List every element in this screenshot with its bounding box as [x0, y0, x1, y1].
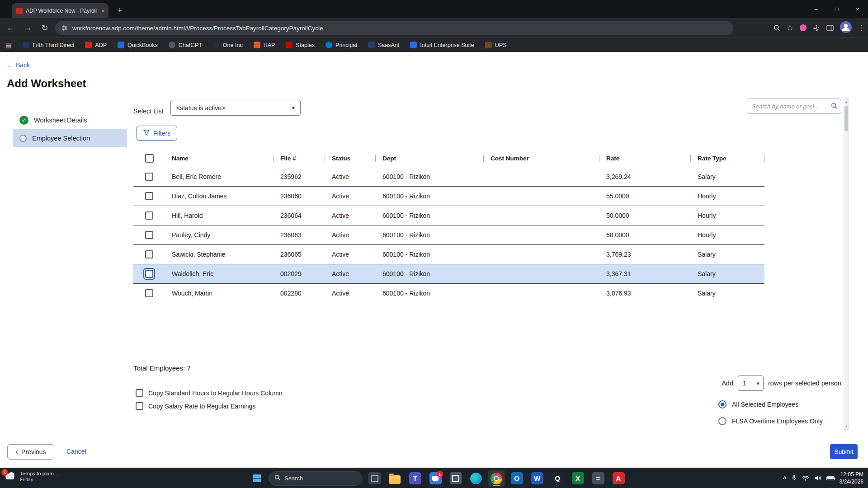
submit-button[interactable]: Submit: [830, 444, 858, 459]
scroll-up-icon[interactable]: ▲: [845, 99, 848, 105]
taskbar-clock[interactable]: 12:05 PM 3/24/2026: [840, 471, 863, 485]
bookmark-intuit-enterprise-suite[interactable]: Intuit Enterprise Suite: [410, 42, 474, 48]
app-window-icon[interactable]: [447, 470, 464, 487]
bookmark-one-inc[interactable]: One Inc: [213, 42, 243, 48]
word-icon[interactable]: [528, 470, 546, 487]
search-icon[interactable]: [831, 103, 838, 111]
step-employee-selection[interactable]: Employee Selection: [13, 129, 127, 147]
system-tray: ^ 12:05 PM 3/24/2026: [783, 468, 863, 488]
page-scrollbar[interactable]: ▲ ▼: [844, 98, 849, 430]
column-header-file[interactable]: File #: [274, 150, 325, 167]
zoom-search-icon[interactable]: [774, 24, 780, 31]
forward-nav-icon[interactable]: →: [21, 21, 34, 35]
row-checkbox[interactable]: [145, 289, 153, 297]
filters-button[interactable]: Filters: [137, 126, 177, 141]
weather-widget[interactable]: 1 Temps to plum... Friday: [4, 470, 58, 483]
column-header-name[interactable]: Name: [165, 150, 274, 167]
tab-close-icon[interactable]: ×: [101, 8, 105, 14]
row-checkbox[interactable]: [145, 250, 153, 258]
table-row[interactable]: Wouch, Martin 002280 Active 600100 - Riz…: [133, 284, 764, 303]
side-panel-icon[interactable]: [826, 25, 834, 31]
address-bar[interactable]: workforcenow.adp.com/theme/admin.html#/P…: [55, 21, 733, 35]
column-header-rate-type[interactable]: Rate Type: [691, 150, 764, 167]
window-controls: – □ ×: [806, 0, 868, 18]
browser-tab[interactable]: ADP Workforce Now - Payroll D ×: [12, 3, 108, 18]
start-button[interactable]: [248, 470, 265, 487]
browser-menu-icon[interactable]: ⋮: [858, 23, 865, 32]
column-header-cost-number[interactable]: Cost Number: [484, 150, 599, 167]
file-explorer-icon[interactable]: [386, 470, 403, 487]
table-row[interactable]: Sawicki, Stephanie 236065 Active 600100 …: [133, 245, 764, 264]
select-list-dropdown[interactable]: <status is active> ▾: [170, 100, 301, 116]
chat-icon[interactable]: 1: [427, 470, 444, 487]
row-checkbox[interactable]: [145, 270, 153, 278]
column-header-rate[interactable]: Rate: [599, 150, 691, 167]
tray-overflow-icon[interactable]: ^: [783, 475, 787, 482]
copy-standard-hours-checkbox[interactable]: [136, 389, 143, 397]
table-row-selected[interactable]: Waidelich, Eric 002029 Active 600100 - R…: [133, 264, 764, 284]
taskbar-search[interactable]: Search: [269, 471, 363, 486]
row-checkbox[interactable]: [145, 211, 153, 220]
table-row[interactable]: Pauley, Cindy 236063 Active 600100 - Riz…: [133, 225, 764, 245]
wifi-icon[interactable]: [802, 474, 809, 483]
quickbooks-icon[interactable]: [549, 470, 566, 487]
acrobat-icon[interactable]: [610, 470, 627, 487]
scroll-down-icon[interactable]: ▼: [845, 423, 848, 429]
back-nav-icon[interactable]: ←: [4, 21, 17, 35]
chrome-icon[interactable]: [488, 470, 505, 487]
select-all-checkbox[interactable]: [145, 154, 154, 163]
back-link[interactable]: ← Back: [7, 61, 30, 69]
teams-icon[interactable]: [406, 470, 424, 487]
excel-icon[interactable]: [569, 470, 586, 487]
bookmark-fifth-third-direct[interactable]: Fifth Third Direct: [23, 42, 74, 48]
pink-extension-icon[interactable]: [800, 24, 807, 31]
bookmark-hap[interactable]: HAP: [254, 42, 275, 48]
apps-grid-icon[interactable]: ▦: [5, 41, 12, 49]
search-input[interactable]: [747, 99, 841, 114]
table-row[interactable]: Diaz, Colton James 236060 Active 600100 …: [133, 187, 764, 206]
extensions-puzzle-icon[interactable]: [813, 24, 820, 32]
bookmark-ups[interactable]: UPS: [485, 42, 507, 48]
folder-icon: [389, 475, 401, 484]
table-row[interactable]: Hill, Harold 236064 Active 600100 - Rizi…: [133, 206, 764, 225]
speaker-icon[interactable]: [814, 474, 821, 483]
bookmark-staples[interactable]: Staples: [286, 42, 315, 48]
profile-avatar[interactable]: [840, 21, 852, 35]
row-checkbox[interactable]: [145, 173, 153, 181]
bookmark-adp[interactable]: ADP: [85, 42, 107, 48]
cancel-link[interactable]: Cancel: [66, 448, 86, 455]
row-checkbox-cell: [133, 249, 165, 260]
row-checkbox[interactable]: [145, 192, 153, 200]
toolbar-actions: ☆ ⋮: [774, 18, 865, 38]
bookmark-principal[interactable]: Principal: [326, 42, 357, 48]
previous-button[interactable]: ‹ Previous: [7, 444, 54, 460]
bookmark-star-icon[interactable]: ☆: [787, 23, 793, 33]
table-row[interactable]: Bell, Eric Romere 235962 Active 600100 -…: [133, 167, 764, 187]
outlook-icon[interactable]: [508, 470, 525, 487]
flsa-overtime-radio[interactable]: [718, 417, 726, 425]
scrollbar-thumb[interactable]: [844, 106, 848, 131]
calculator-icon[interactable]: [590, 470, 607, 487]
row-checkbox[interactable]: [145, 231, 153, 239]
select-list-value: <status is active>: [176, 104, 292, 112]
step-worksheet-details[interactable]: ✓ Worksheet Details: [13, 111, 127, 129]
bookmark-chatgpt[interactable]: ChatGPT: [169, 42, 202, 48]
site-settings-icon[interactable]: [61, 25, 68, 31]
close-window-button[interactable]: ×: [847, 0, 868, 18]
maximize-button[interactable]: □: [826, 0, 847, 18]
column-header-dept[interactable]: Dept: [376, 150, 484, 167]
cell-dept: 600100 - Rizikon: [376, 231, 484, 239]
minimize-button[interactable]: –: [806, 0, 826, 18]
reload-icon[interactable]: ↻: [38, 21, 52, 35]
microphone-icon[interactable]: [792, 474, 797, 483]
task-view-icon[interactable]: [366, 470, 383, 487]
rows-count-dropdown[interactable]: 1 ▾: [738, 375, 764, 391]
battery-icon[interactable]: [826, 476, 835, 480]
all-selected-employees-radio[interactable]: [718, 400, 726, 408]
column-header-status[interactable]: Status: [325, 150, 376, 167]
edge-icon[interactable]: [467, 470, 485, 487]
bookmark-saasant[interactable]: SaasAnt: [368, 42, 399, 48]
copy-salary-rate-checkbox[interactable]: [136, 402, 143, 410]
bookmark-quickbooks[interactable]: QuickBooks: [118, 42, 158, 48]
new-tab-button[interactable]: +: [114, 5, 126, 16]
